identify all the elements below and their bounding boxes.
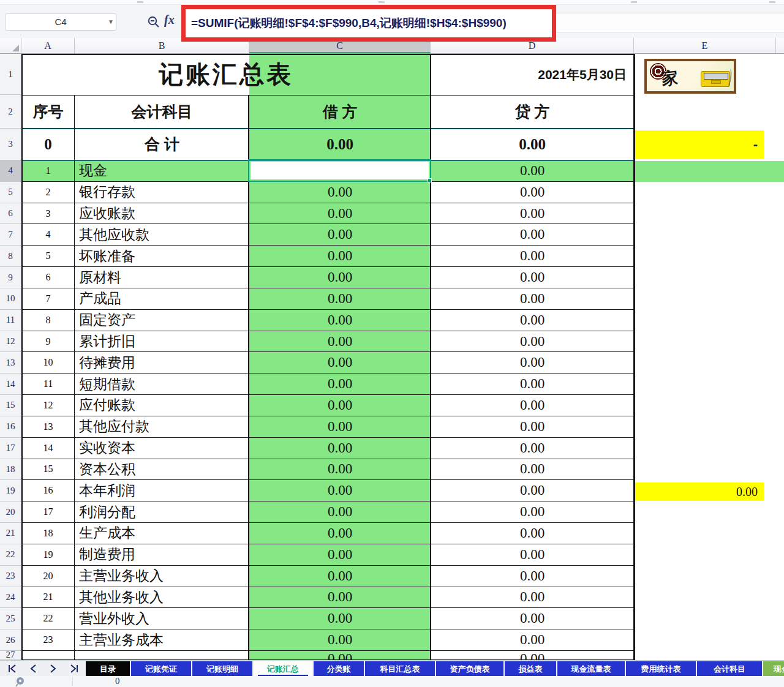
cell-no[interactable]: 14 bbox=[21, 443, 75, 454]
cell-account[interactable]: 应收账款 bbox=[75, 204, 249, 223]
row-header-6[interactable]: 6 bbox=[0, 203, 21, 225]
cell-no[interactable]: 3 bbox=[21, 208, 75, 219]
cell-debit[interactable]: 0.00 bbox=[249, 525, 431, 541]
cell-debit[interactable]: 0.00 bbox=[249, 227, 431, 242]
cell-debit[interactable]: 0.00 bbox=[249, 334, 431, 350]
cell-credit[interactable]: 0.00 bbox=[431, 610, 634, 626]
cell-no[interactable]: 8 bbox=[21, 315, 75, 326]
cell-account[interactable]: 利润分配 bbox=[75, 503, 249, 522]
sheet-tab-目录[interactable]: 目录 bbox=[86, 661, 130, 677]
cell-credit[interactable]: 0.00 bbox=[431, 651, 634, 659]
header-credit[interactable]: 贷 方 bbox=[431, 102, 634, 122]
cell-account[interactable]: 短期借款 bbox=[75, 375, 249, 394]
cell-account[interactable]: 本年利润 bbox=[75, 481, 249, 500]
cell-credit[interactable]: 0.00 bbox=[431, 504, 634, 520]
cell-debit[interactable]: 0.00 bbox=[249, 397, 431, 413]
formula-input-extension[interactable] bbox=[548, 13, 784, 32]
cell-debit[interactable]: 0.00 bbox=[249, 504, 431, 520]
sheet-tab-现金[interactable]: 现金 bbox=[763, 661, 784, 677]
cell-no[interactable]: 23 bbox=[21, 634, 75, 645]
cell-account[interactable]: 实收资本 bbox=[75, 438, 249, 457]
row-header-20[interactable]: 20 bbox=[0, 501, 21, 523]
row-header-19[interactable]: 19 bbox=[0, 480, 21, 501]
cell-no[interactable]: 15 bbox=[21, 464, 75, 475]
cell-debit[interactable]: 0.00 bbox=[249, 291, 431, 307]
total-credit[interactable]: 0.00 bbox=[431, 136, 634, 153]
cell-account[interactable]: 营业外收入 bbox=[75, 609, 249, 628]
row-header-2[interactable]: 2 bbox=[0, 95, 21, 129]
cell-no[interactable]: 2 bbox=[21, 187, 75, 198]
cell-debit[interactable]: 0.00 bbox=[249, 589, 431, 605]
cell-credit[interactable]: 0.00 bbox=[431, 334, 634, 350]
cell-debit[interactable]: 0.00 bbox=[249, 206, 431, 222]
sheet-tab-资产负债表[interactable]: 资产负债表 bbox=[436, 661, 503, 677]
row-header-13[interactable]: 13 bbox=[0, 352, 21, 374]
cell-account[interactable]: 坏账准备 bbox=[75, 247, 249, 266]
cell-credit[interactable]: 0.00 bbox=[431, 355, 634, 370]
cell-credit[interactable]: 0.00 bbox=[431, 632, 634, 648]
row-header-7[interactable]: 7 bbox=[0, 224, 21, 246]
cell-debit[interactable]: 0.00 bbox=[249, 355, 431, 370]
cell-account[interactable]: 产成品 bbox=[75, 289, 249, 308]
cell-no[interactable]: 16 bbox=[21, 485, 75, 496]
row-header-5[interactable]: 5 bbox=[0, 182, 21, 203]
cell-debit[interactable]: 0.00 bbox=[249, 610, 431, 626]
formula-input[interactable]: =SUMIF(记账明细!$F$4:$F$990,B4,记账明细!$H$4:$H$… bbox=[186, 9, 552, 37]
row-header-22[interactable]: 22 bbox=[0, 544, 21, 566]
cell-account[interactable]: 累计折旧 bbox=[75, 332, 249, 351]
cell-debit[interactable]: 0.00 bbox=[249, 547, 431, 563]
row-header-18[interactable]: 18 bbox=[0, 459, 21, 481]
cell-debit[interactable]: 0.00 bbox=[249, 184, 431, 200]
total-no[interactable]: 0 bbox=[21, 136, 75, 153]
cell-debit[interactable]: 0.00 bbox=[249, 269, 431, 285]
pin-icon[interactable] bbox=[15, 677, 26, 687]
cell-debit[interactable]: 0.00 bbox=[249, 376, 431, 392]
cell-account[interactable]: 其他应收款 bbox=[75, 225, 249, 244]
row-header-16[interactable]: 16 bbox=[0, 416, 21, 438]
cell-no[interactable]: 7 bbox=[21, 293, 75, 304]
cell-debit[interactable]: 0.00 bbox=[249, 632, 431, 648]
cell-credit[interactable]: 0.00 bbox=[431, 589, 634, 605]
header-no[interactable]: 序号 bbox=[21, 102, 75, 122]
column-header-A[interactable]: A bbox=[21, 38, 75, 53]
cell-no[interactable]: 12 bbox=[21, 400, 75, 411]
sheet-tab-分类账[interactable]: 分类账 bbox=[314, 661, 364, 677]
select-all-corner[interactable] bbox=[0, 38, 21, 53]
cell-account[interactable]: 待摊费用 bbox=[75, 353, 249, 372]
cell-account[interactable]: 其他应付款 bbox=[75, 417, 249, 436]
prev-sheet-button[interactable] bbox=[25, 661, 41, 676]
cell-credit[interactable]: 0.00 bbox=[431, 440, 634, 456]
sheet-tab-费用统计表[interactable]: 费用统计表 bbox=[626, 661, 696, 677]
cell-account[interactable]: 应付账款 bbox=[75, 396, 249, 415]
row-header-26[interactable]: 26 bbox=[0, 629, 21, 651]
total-debit[interactable]: 0.00 bbox=[249, 136, 431, 153]
cell-no[interactable]: 1 bbox=[21, 165, 75, 176]
e3-yellow-cell[interactable]: - bbox=[635, 130, 764, 159]
sheet-tab-记账明细[interactable]: 记账明细 bbox=[192, 661, 252, 677]
cell-credit[interactable]: 0.00 bbox=[431, 397, 634, 413]
cell-account[interactable]: 固定资产 bbox=[75, 310, 249, 329]
row-header-3[interactable]: 3 bbox=[0, 129, 21, 160]
sheet-tab-记账汇总[interactable]: 记账汇总 bbox=[254, 661, 312, 677]
sheet-tab-现金流量表[interactable]: 现金流量表 bbox=[557, 661, 625, 677]
cell-no[interactable]: 5 bbox=[21, 250, 75, 261]
cell-debit[interactable]: 0.00 bbox=[249, 482, 431, 498]
zoom-icon[interactable] bbox=[147, 15, 160, 29]
header-debit[interactable]: 借 方 bbox=[249, 102, 431, 122]
cell-account[interactable]: 资本公积 bbox=[75, 460, 249, 479]
sheet-tab-会计科目[interactable]: 会计科目 bbox=[697, 661, 762, 677]
cell-no[interactable]: 17 bbox=[21, 506, 75, 517]
cell-no[interactable]: 9 bbox=[21, 336, 75, 347]
cell-debit[interactable]: 0.00 bbox=[249, 312, 431, 328]
cell-credit[interactable]: 0.00 bbox=[431, 184, 634, 200]
row-header-11[interactable]: 11 bbox=[0, 310, 21, 331]
cell-no[interactable]: 11 bbox=[21, 378, 75, 389]
row-header-25[interactable]: 25 bbox=[0, 608, 21, 629]
e19-yellow-cell[interactable]: 0.00 bbox=[635, 482, 764, 501]
cell-debit[interactable]: 0.00 bbox=[249, 461, 431, 477]
total-account[interactable]: 合 计 bbox=[75, 134, 249, 154]
row-header-15[interactable]: 15 bbox=[0, 395, 21, 416]
cell-no[interactable]: 20 bbox=[21, 571, 75, 582]
column-header-E[interactable]: E bbox=[634, 38, 776, 53]
cell-no[interactable]: 22 bbox=[21, 613, 75, 624]
